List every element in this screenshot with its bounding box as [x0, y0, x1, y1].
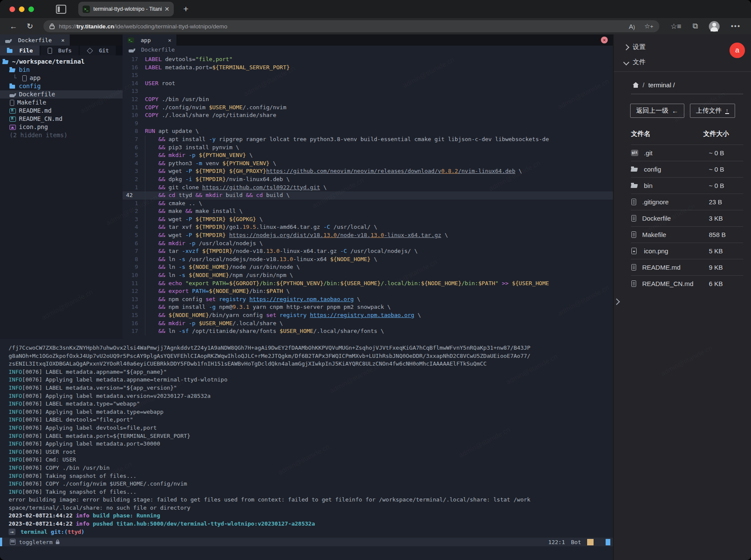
line-number: 4 — [123, 160, 138, 168]
pane-close-button[interactable]: × — [601, 37, 608, 43]
code-line[interactable]: 15 && ${NODE_HOME}/bin/yarn config set r… — [123, 311, 613, 320]
panel-expander-chevron-icon[interactable] — [613, 298, 620, 305]
sidebar-tab-dockerfile[interactable]: Dockerfile × — [0, 34, 70, 46]
folder-icon — [631, 182, 638, 189]
tree-item-config[interactable]: config — [0, 82, 123, 90]
code-line[interactable]: 3 && wget -P ${TMPDIR} ${GOPKG} \ — [123, 215, 613, 224]
tab-close-icon[interactable]: ✕ — [164, 6, 169, 12]
code-line[interactable]: 16LABEL metadata.port=${TERMINAL_SERVER_… — [123, 64, 613, 72]
code-line[interactable]: 11COPY ./config/nvim $USER_HOME/.config/… — [123, 104, 613, 112]
read-aloud-icon[interactable]: A) — [629, 23, 635, 30]
code-line[interactable]: 7 && apt install -y ripgrep ranger lolca… — [123, 135, 613, 144]
editor-tab-app[interactable]: app × — [123, 34, 176, 46]
browser-profile-avatar[interactable] — [709, 21, 720, 32]
code-line[interactable]: 13 — [123, 87, 613, 95]
code-line[interactable]: 13 && npm config set registry https://re… — [123, 295, 613, 304]
explorer-tab-bufs[interactable]: Bufs — [40, 46, 79, 55]
back-icon[interactable]: ← — [9, 22, 17, 31]
terminal-line: INFO[0076] Taking snapshot of files... — [9, 488, 613, 496]
code-line[interactable]: 2 && make && make install \ — [123, 207, 613, 215]
new-tab-button[interactable]: + — [183, 4, 188, 14]
code-line[interactable]: 2 && dpkg -i ${TMPDIR}/nvim-linux64.deb … — [123, 175, 613, 184]
go-up-button[interactable]: 返回上一级 ← — [630, 104, 684, 118]
tree-item-app[interactable]: └ app — [0, 74, 123, 82]
code-line[interactable]: 5 && mkdir -p ${PYTHON_VENV} \ — [123, 151, 613, 160]
tree-item-dockerfile[interactable]: Dockerfile — [0, 90, 123, 98]
tree-item--workspace-terminal[interactable]: ~/workspace/terminal — [0, 58, 123, 66]
code-line[interactable]: 12 && export PATH=${NODE_HOME}/bin:$PATH… — [123, 287, 613, 295]
favorites-icon[interactable]: ☆≡ — [671, 22, 681, 31]
code-line[interactable]: 8RUN apt update \ — [123, 127, 613, 135]
doc-icon — [631, 264, 637, 271]
close-icon[interactable]: × — [61, 37, 65, 43]
code-line[interactable]: 16 && mkdir -p $USER_HOME/.local/share \ — [123, 320, 613, 328]
code-line[interactable]: 8 && ln -s /usr/local/nodejs/node-v18.13… — [123, 255, 613, 264]
file-row-readme-cn-md[interactable]: README_CN.md6 KB — [631, 275, 743, 292]
minimize-window-button[interactable] — [19, 6, 25, 12]
code-line[interactable]: 6 && mkdir -p /usr/local/nodejs \ — [123, 240, 613, 248]
tree-item-readme-md[interactable]: README.md — [0, 107, 123, 115]
panel-section-files[interactable]: 文件 — [614, 55, 751, 70]
tree-item-readme-cn-md[interactable]: README_CN.md — [0, 115, 123, 123]
browser-tab[interactable]: >_ terminal-ttyd-wlotnipo - Titani ✕ — [78, 2, 174, 16]
tree-item-makefile[interactable]: Makefile — [0, 98, 123, 107]
address-bar[interactable]: https://try.titanide.cn/ide/web/coding/t… — [43, 20, 659, 32]
code-line[interactable]: 14 && npm install -g npm@9.3.1 yarn cnpm… — [123, 303, 613, 311]
file-row-makefile[interactable]: Makefile858 B — [631, 226, 743, 243]
file-row--gitignore[interactable]: .gitignore23 B — [631, 194, 743, 210]
code-line[interactable]: 3 && wget -P ${TMPDIR} ${GH_PROXY}https:… — [123, 167, 613, 175]
browser-tab-title: terminal-ttyd-wlotnipo - Titani — [93, 6, 162, 12]
code-line[interactable]: 11 && echo "export PATH=${GOROOT}/bin:${… — [123, 280, 613, 288]
code-line[interactable]: 4 && python3 -m venv ${PYTHON_VENV} \ — [123, 160, 613, 168]
code-line[interactable]: 17LABEL devtools="file,port" — [123, 55, 613, 64]
code-line[interactable]: 10COPY ./.local/share /opt/titanide/shar… — [123, 111, 613, 120]
code-line[interactable]: 14USER root — [123, 80, 613, 88]
file-row-readme-md[interactable]: README.md9 KB — [631, 259, 743, 275]
code-line[interactable]: 6 && pip3 install pynvim \ — [123, 144, 613, 152]
file-row--git[interactable]: .git~ 0 B — [631, 145, 743, 161]
terminal-line: /fj7CcwoCW7ZXBc3snKxZNYHpbh7uhwOvx2lsi4W… — [9, 344, 613, 352]
code-line[interactable]: 12COPY ./bin /usr/bin — [123, 95, 613, 104]
code-line[interactable]: 7 && tar -xvzf ${TMPDIR}/node-v18.13.0-l… — [123, 247, 613, 255]
tree-item-label: icon.png — [19, 123, 48, 131]
reload-icon[interactable]: ↻ — [27, 22, 33, 31]
code-line[interactable]: 1 && cmake .. \ — [123, 200, 613, 208]
close-window-button[interactable] — [9, 6, 15, 12]
tree-item-icon-png[interactable]: icon.png — [0, 123, 123, 131]
tree-item-label: README.md — [19, 107, 52, 115]
code-line[interactable]: 9 — [123, 120, 613, 128]
code-line[interactable]: 1 && git clone https://github.com/tsl092… — [123, 184, 613, 192]
file-size: 5 KB — [709, 247, 743, 255]
panel-section-settings[interactable]: 设置 a — [614, 40, 751, 55]
terminal-line: zsENIL3ItxqIOXDBGALaQgAPxxnV2YOoRl40a6ey… — [9, 360, 613, 368]
file-row-config[interactable]: config~ 0 B — [631, 161, 743, 177]
upload-file-button[interactable]: 上传文件 ↑ — [690, 104, 735, 118]
tree-item-label: (2 hidden items) — [9, 131, 68, 139]
file-row-bin[interactable]: bin~ 0 B — [631, 177, 743, 194]
close-icon[interactable]: × — [168, 37, 171, 43]
sidebar-toggle-icon[interactable] — [56, 5, 66, 14]
code-line[interactable]: 4 && tar xvf ${TMPDIR}/go1.19.5.linux-am… — [123, 223, 613, 231]
line-number: 8 — [123, 127, 138, 135]
code-line[interactable]: 10 && ln -s ${NODE_HOME}/npm /usr/bin/np… — [123, 271, 613, 280]
browser-menu-icon[interactable]: ••• — [731, 22, 741, 30]
code-line[interactable]: 17 && ln -sf /opt/titanide/share/fonts $… — [123, 327, 613, 335]
code-line[interactable]: 15 — [123, 71, 613, 80]
code-line[interactable]: 5 && wget -P ${TMPDIR} https://nodejs.or… — [123, 231, 613, 240]
home-icon[interactable] — [633, 83, 639, 88]
line-number: 5 — [123, 151, 138, 160]
tree-item-bin[interactable]: bin — [0, 66, 123, 74]
collections-icon[interactable]: ⧉ — [693, 22, 698, 31]
file-row-dockerfile[interactable]: Dockerfile3 KB — [631, 210, 743, 226]
explorer-tab-git[interactable]: Git — [80, 46, 117, 55]
editor-tab-label: app — [141, 37, 151, 43]
file-row-icon-png[interactable]: icon.png5 KB — [631, 243, 743, 259]
add-favorite-icon[interactable]: ☆+ — [644, 22, 653, 30]
maximize-window-button[interactable] — [28, 6, 34, 12]
tree-item--2-hidden-items-[interactable]: (2 hidden items) — [0, 131, 123, 139]
explorer-tab-file[interactable]: File — [0, 46, 40, 55]
code-line[interactable]: 42 && cd ttyd && mkdir build && cd build… — [123, 191, 613, 200]
line-number: 16 — [123, 320, 138, 328]
folder-icon — [631, 166, 638, 172]
code-line[interactable]: 9 && ln -s ${NODE_HOME}/node /usr/bin/no… — [123, 263, 613, 271]
